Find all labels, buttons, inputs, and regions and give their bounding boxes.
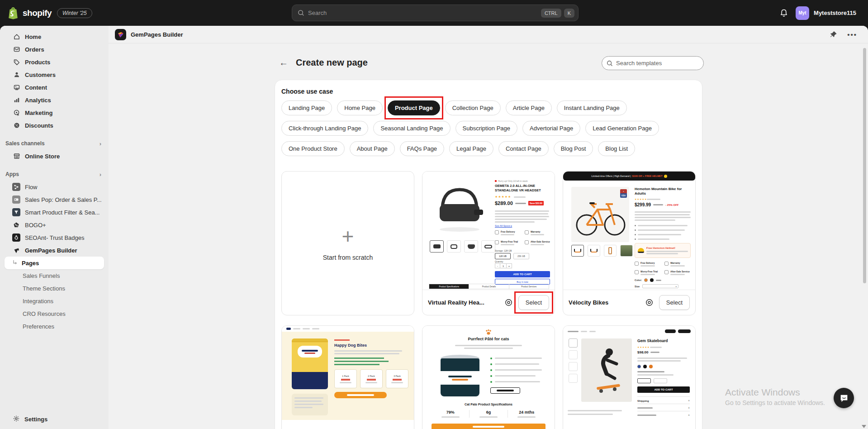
template-thumbnail-dog[interactable]: Happy Dog Bites 1 Pack 2 Pack <box>282 326 414 429</box>
template-search-input[interactable] <box>616 60 699 67</box>
select-button-vr[interactable]: Select <box>518 295 549 310</box>
cat-paw-logo-icon <box>485 329 492 335</box>
helmet-icon <box>638 248 644 253</box>
sidebar-item-cro-resources[interactable]: CRO Resources <box>0 307 109 320</box>
use-case-blog-list[interactable]: Blog List <box>598 141 635 156</box>
sales-pop-app-icon <box>12 195 20 204</box>
annotation-box-product-page: Product Page <box>388 100 440 115</box>
skate-caption-lines <box>568 410 622 415</box>
dog-product-title: Happy Dog Bites <box>334 343 367 348</box>
use-case-product-page[interactable]: Product Page <box>388 100 440 115</box>
use-case-home-page[interactable]: Home Page <box>337 100 383 115</box>
use-case-advertorial-page[interactable]: Advertorial Page <box>522 121 580 136</box>
global-search[interactable]: CTRL K <box>292 5 579 21</box>
sidebar-item-marketing[interactable]: Marketing <box>0 106 109 119</box>
use-case-seasonal-landing-page[interactable]: Seasonal Landing Page <box>373 121 450 136</box>
sales-channels-header[interactable]: Sales channels › <box>0 137 109 150</box>
use-case-article-page[interactable]: Article Page <box>506 100 552 115</box>
gempages-app-icon <box>12 246 20 254</box>
use-case-collection-page[interactable]: Collection Page <box>445 100 501 115</box>
vr-product-title: GEMETA 2.0 ALL-IN-ONE STANDALONE VR HEAD… <box>495 184 550 193</box>
use-case-one-product-store[interactable]: One Product Store <box>281 141 345 156</box>
bar-chart-icon <box>13 96 20 104</box>
apps-header[interactable]: Apps › <box>0 168 109 181</box>
use-case-contact-page[interactable]: Contact Page <box>498 141 549 156</box>
sidebar-item-theme-sections[interactable]: Theme Sections <box>0 282 109 295</box>
sidebar-item-products[interactable]: Products <box>0 56 109 68</box>
notification-bell-icon[interactable] <box>779 9 788 18</box>
global-search-input[interactable] <box>308 10 538 16</box>
target-icon <box>13 109 20 116</box>
more-options-icon[interactable]: ••• <box>847 31 857 38</box>
use-case-legal-page[interactable]: Legal Page <box>449 141 493 156</box>
sidebar-app-bogo[interactable]: BOGO+ <box>0 219 109 231</box>
template-thumbnail-skate[interactable]: Gem Skateboard ★★★★★ $98.00 <box>563 326 695 429</box>
annotation-box-select: Select <box>518 295 549 310</box>
template-thumbnail-cat[interactable]: Purrfect Pâté for cats <box>422 326 555 429</box>
use-case-landing-page[interactable]: Landing Page <box>281 100 332 115</box>
bike-price-row: $299.99 - 25% OFF <box>635 202 679 207</box>
sidebar-item-pages[interactable]: Pages <box>5 257 104 269</box>
sidebar-item-analytics[interactable]: Analytics <box>0 94 109 106</box>
bogo-app-icon <box>12 221 20 229</box>
page-title: Create new page <box>296 57 368 68</box>
cat-product-title: Purrfect Pâté for cats <box>422 337 555 341</box>
tag-icon <box>13 58 20 66</box>
bike-size-row: Size ▾ <box>635 284 678 288</box>
sidebar-app-seoant[interactable]: SEOAnt- Trust Badges <box>0 231 109 244</box>
preview-eye-icon[interactable] <box>645 298 654 307</box>
use-case-instant-landing-page[interactable]: Instant Landing Page <box>557 100 627 115</box>
sidebar-app-gempages[interactable]: GemPages Builder <box>0 244 109 257</box>
pin-icon[interactable] <box>830 31 837 38</box>
bike-main-image: ★ USA <box>571 187 629 242</box>
sidebar-item-settings[interactable]: Settings <box>0 413 109 425</box>
use-case-faqs-page[interactable]: FAQs Page <box>400 141 444 156</box>
vertical-scrollbar[interactable] <box>863 48 866 283</box>
sidebar-item-orders[interactable]: Orders <box>0 43 109 56</box>
chat-launcher-button[interactable] <box>834 388 854 408</box>
skate-main-image <box>581 338 632 402</box>
sidebar-item-home[interactable]: Home <box>0 30 109 43</box>
template-grid: + Start from scratch <box>281 171 696 429</box>
bike-helmet-promo: Free Hemoton Helmet! <box>635 243 691 258</box>
sidebar-item-content[interactable]: Content <box>0 81 109 94</box>
page-content: ← Create new page Choose use case Landin… <box>109 44 868 429</box>
skate-size-boxes <box>637 378 667 383</box>
sidebar-item-online-store[interactable]: Online Store <box>0 150 109 162</box>
scrollbar-down-arrow[interactable] <box>862 425 866 428</box>
shopify-logo[interactable]: shopify <box>7 7 52 19</box>
bike-promo-banner: Limited-time Offers | High Demand | $100… <box>563 172 695 181</box>
preview-eye-icon[interactable] <box>504 298 513 307</box>
store-name[interactable]: Myteststore115 <box>814 10 856 16</box>
activate-windows-watermark: Activate Windows Go to Settings to activ… <box>725 387 825 406</box>
template-thumbnail-vr[interactable]: Hurry up! Only 10 left in stock GEMETA 2… <box>422 172 555 290</box>
skate-price-row: $98.00 <box>637 350 659 354</box>
sidebar-item-preferences[interactable]: Preferences <box>0 320 109 333</box>
back-button[interactable]: ← <box>278 57 289 68</box>
store-avatar[interactable]: Myt <box>796 6 809 20</box>
template-thumbnail-bike[interactable]: Limited-time Offers | High Demand | $100… <box>563 172 695 290</box>
sidebar-item-integrations[interactable]: Integrations <box>0 295 109 307</box>
sidebar-app-flow[interactable]: Flow <box>0 181 109 193</box>
sidebar-app-sales-pop[interactable]: Sales Pop: Order & Sales P... <box>0 193 109 206</box>
select-button-bike[interactable]: Select <box>659 295 690 310</box>
use-case-lead-generation-page[interactable]: Lead Generation Page <box>585 121 659 136</box>
template-search[interactable] <box>602 56 704 70</box>
orders-icon <box>13 46 20 53</box>
sidebar-app-smart-filter[interactable]: Smart Product Filter & Sea... <box>0 206 109 219</box>
use-case-about-page[interactable]: About Page <box>350 141 395 156</box>
sidebar-item-discounts[interactable]: Discounts <box>0 119 109 132</box>
use-case-clickthrough-landing-page[interactable]: Click-through Landing Page <box>281 121 368 136</box>
sidebar-item-customers[interactable]: Customers <box>0 68 109 81</box>
use-case-subscription-page[interactable]: Subscription Page <box>455 121 518 136</box>
cat-add-to-cart-bar <box>432 424 545 429</box>
template-card-cat: Purrfect Pâté for cats <box>422 325 555 429</box>
usa-badge: ★ USA <box>620 189 627 198</box>
gear-icon <box>13 415 20 424</box>
sidebar-item-sales-funnels[interactable]: Sales Funnels <box>0 269 109 282</box>
start-from-scratch-card[interactable]: + Start from scratch <box>281 171 414 315</box>
use-case-blog-post[interactable]: Blog Post <box>554 141 593 156</box>
create-page-card: Choose use case Landing Page Home Page P… <box>275 80 702 429</box>
template-card-vr: Hurry up! Only 10 left in stock GEMETA 2… <box>422 171 555 315</box>
vr-stock-note: Hurry up! Only 10 left in stock <box>495 180 528 182</box>
